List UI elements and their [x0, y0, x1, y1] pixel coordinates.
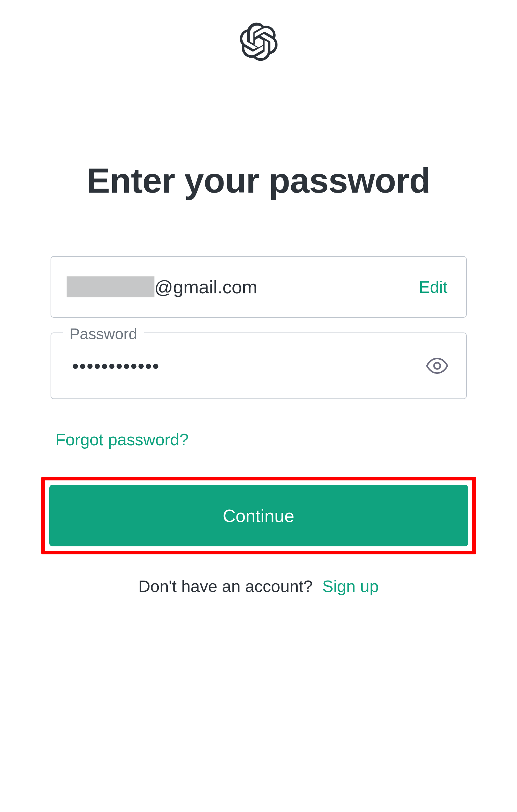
forgot-password-link[interactable]: Forgot password? — [51, 430, 467, 449]
password-input[interactable] — [72, 355, 426, 377]
signup-link[interactable]: Sign up — [322, 577, 379, 596]
email-domain-text: @gmail.com — [154, 277, 257, 298]
openai-logo-icon — [239, 22, 278, 62]
continue-button[interactable]: Continue — [49, 485, 468, 546]
signup-prompt-text: Don't have an account? — [138, 577, 313, 596]
email-redacted-local — [66, 277, 154, 297]
password-label: Password — [63, 325, 144, 343]
edit-email-link[interactable]: Edit — [419, 277, 447, 296]
continue-highlight-box: Continue — [41, 477, 476, 554]
email-display: @gmail.com Edit — [51, 256, 467, 318]
svg-point-0 — [434, 363, 440, 369]
page-title: Enter your password — [87, 160, 430, 201]
signup-prompt-row: Don't have an account? Sign up — [138, 577, 379, 596]
show-password-icon[interactable] — [426, 354, 449, 377]
